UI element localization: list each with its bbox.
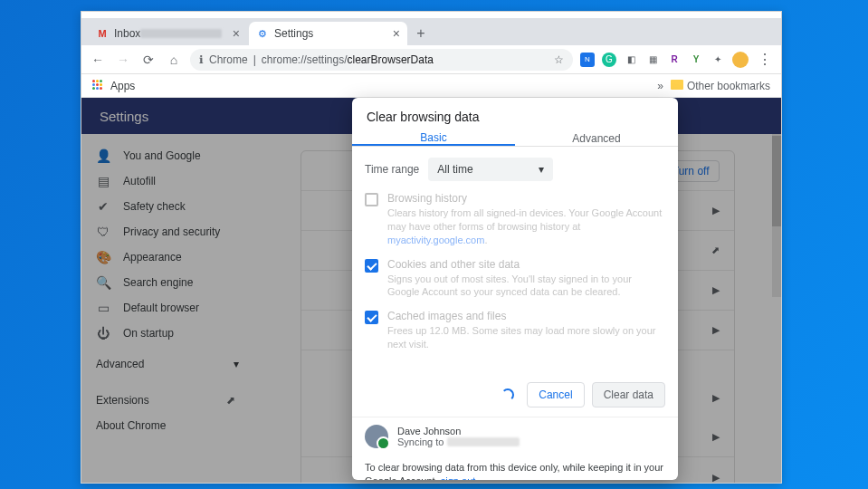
- dialog-title: Clear browsing data: [352, 98, 678, 131]
- address-bar[interactable]: ℹ Chrome | chrome://settings/clearBrowse…: [190, 49, 573, 71]
- option-desc: Clears history from all signed-in device…: [387, 206, 665, 247]
- extension-new[interactable]: N: [580, 53, 595, 67]
- apps-label[interactable]: Apps: [110, 80, 135, 92]
- tab-strip: M Inbox × ⚙ Settings × +: [81, 18, 781, 45]
- loading-spinner-icon: [501, 388, 514, 401]
- site-info-icon[interactable]: ℹ: [199, 53, 204, 66]
- checkbox[interactable]: [365, 259, 378, 273]
- cancel-button[interactable]: Cancel: [527, 382, 584, 408]
- extension-grammarly[interactable]: G: [602, 53, 616, 67]
- extensions-puzzle-icon[interactable]: ✦: [711, 53, 725, 67]
- address-prefix: chrome://settings/: [262, 53, 348, 66]
- tab-label: Settings: [274, 27, 313, 40]
- chevron-down-icon: ▾: [539, 163, 544, 176]
- option-title: Browsing history: [387, 192, 665, 205]
- tab-close-icon[interactable]: ×: [393, 26, 400, 41]
- tab-close-icon[interactable]: ×: [233, 26, 240, 41]
- extension-y[interactable]: Y: [689, 53, 703, 67]
- forward-button[interactable]: →: [114, 51, 132, 69]
- time-range-label: Time range: [365, 163, 419, 176]
- option-browsing-history[interactable]: Browsing history Clears history from all…: [365, 192, 665, 247]
- option-title: Cached images and files: [387, 310, 665, 322]
- tab-basic[interactable]: Basic: [352, 131, 515, 146]
- back-button[interactable]: ←: [89, 51, 107, 69]
- extension-shield[interactable]: ◧: [624, 53, 638, 67]
- checkbox[interactable]: [365, 193, 378, 206]
- address-scheme: Chrome: [209, 53, 248, 66]
- dialog-tabs: Basic Advanced: [352, 131, 678, 147]
- option-cached[interactable]: Cached images and files Frees up 12.0 MB…: [365, 310, 665, 351]
- tab-advanced[interactable]: Advanced: [515, 131, 678, 146]
- folder-icon: [671, 80, 683, 90]
- address-path: clearBrowserData: [348, 53, 434, 66]
- profile-name: Dave Johnson: [397, 426, 520, 436]
- settings-gear-icon: ⚙: [256, 27, 269, 40]
- option-title: Cookies and other site data: [387, 258, 665, 271]
- clear-data-button[interactable]: Clear data: [592, 382, 665, 408]
- sign-out-link[interactable]: sign out: [441, 475, 476, 480]
- signout-note: To clear browsing data from this device …: [352, 455, 678, 480]
- blurred-email: [447, 437, 520, 446]
- clear-browsing-dialog: Clear browsing data Basic Advanced Time …: [352, 98, 678, 480]
- dialog-body: Time range All time ▾ Browsing history C…: [352, 147, 678, 373]
- home-button[interactable]: ⌂: [165, 51, 183, 69]
- address-row: ← → ⟳ ⌂ ℹ Chrome | chrome://settings/cle…: [81, 45, 781, 74]
- checkbox[interactable]: [365, 311, 378, 324]
- profile-row: Dave Johnson Syncing to: [352, 417, 678, 455]
- apps-icon[interactable]: [92, 80, 105, 92]
- option-desc: Signs you out of most sites. You'll stay…: [387, 273, 665, 300]
- tab-label: Inbox: [114, 27, 140, 40]
- address-sep: |: [253, 53, 256, 66]
- kebab-menu-icon[interactable]: ⋮: [756, 51, 774, 68]
- time-range-value: All time: [437, 163, 472, 176]
- reload-button[interactable]: ⟳: [139, 51, 157, 69]
- tab-settings[interactable]: ⚙ Settings ×: [249, 22, 407, 45]
- profile-avatar-icon[interactable]: [732, 52, 749, 68]
- other-bookmarks[interactable]: Other bookmarks: [671, 80, 770, 92]
- bookmarks-bar: Apps » Other bookmarks: [81, 74, 781, 98]
- profile-avatar: [365, 425, 388, 448]
- option-cookies[interactable]: Cookies and other site data Signs you ou…: [365, 258, 665, 300]
- gmail-icon: M: [96, 27, 109, 40]
- browser-window: ─ □ ✕ M Inbox × ⚙ Settings × + ← → ⟳ ⌂ ℹ…: [81, 11, 782, 484]
- extension-evernote[interactable]: ▦: [645, 53, 660, 67]
- extension-r[interactable]: R: [667, 53, 682, 67]
- time-range-select[interactable]: All time ▾: [428, 158, 553, 181]
- tab-gmail[interactable]: M Inbox ×: [89, 22, 247, 45]
- bookmark-star-icon[interactable]: ☆: [554, 53, 564, 66]
- dialog-footer: Cancel Clear data: [352, 373, 678, 417]
- new-tab-button[interactable]: +: [409, 22, 433, 45]
- tab-blur-text: [140, 29, 222, 38]
- myactivity-link[interactable]: myactivity.google.com: [387, 235, 484, 245]
- bookmark-overflow-icon[interactable]: »: [657, 80, 663, 92]
- option-desc: Frees up 12.0 MB. Some sites may load mo…: [387, 324, 665, 351]
- profile-sync: Syncing to: [397, 436, 520, 447]
